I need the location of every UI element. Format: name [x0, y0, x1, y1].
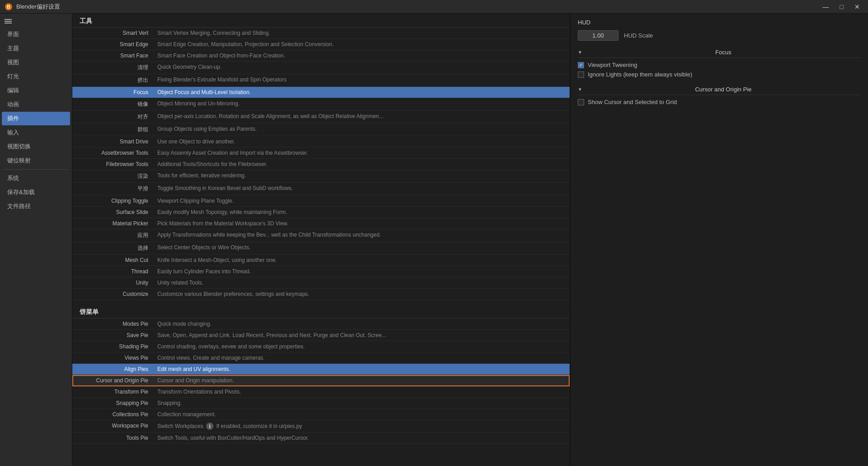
maximize-button[interactable]: □	[836, 2, 847, 11]
sidebar-item-interface[interactable]: 界面	[2, 28, 70, 41]
tool-desc: Toggle Smoothing in Korean Bevel and Sub…	[154, 183, 570, 195]
focus-collapse-arrow-icon: ▼	[578, 50, 582, 55]
tool-name: Smart Vert	[72, 28, 154, 38]
pie-desc: Snapping.	[154, 398, 570, 409]
pie-row[interactable]: Transform PieTransform Orientations and …	[72, 386, 570, 398]
tool-row[interactable]: Surface SlideEasily modify Mesh Topology…	[72, 207, 570, 218]
pie-row[interactable]: Collections PieCollection management.	[72, 409, 570, 420]
tool-row[interactable]: Filebrowser ToolsAdditional Tools/Shortc…	[72, 159, 570, 170]
tool-name: Customize	[72, 289, 154, 300]
tool-desc: Quick Geometry Clean-up.	[154, 62, 570, 74]
cursor-section-header[interactable]: ▼ Cursor and Origin Pie	[578, 84, 861, 95]
titlebar-title: Blender偏好设置	[16, 3, 60, 11]
focus-checkbox-row: ✓Viewport Tweening	[578, 62, 861, 68]
svg-text:B: B	[7, 4, 10, 10]
tool-row[interactable]: CustomizeCustomize various Blender prefe…	[72, 289, 570, 300]
tool-name: 选择	[72, 242, 154, 254]
sidebar-item-viewport[interactable]: 视图	[2, 56, 70, 69]
tool-name: 镜像	[72, 98, 154, 110]
checkbox[interactable]: ✓	[578, 62, 584, 68]
sidebar-item-addons[interactable]: 插件	[2, 112, 70, 125]
checkbox[interactable]	[578, 99, 584, 105]
pie-row[interactable]: Save PieSave, Open, Append and Link. Loa…	[72, 330, 570, 341]
checkbox-label: Viewport Tweening	[588, 62, 637, 68]
pies-section-header: 饼菜单	[72, 304, 570, 319]
tool-row[interactable]: Smart FaceSmart Face Creation and Object…	[72, 50, 570, 62]
pie-desc: Quick mode changing.	[154, 319, 570, 329]
pie-name: Save Pie	[72, 330, 154, 341]
tool-name: 清理	[72, 62, 154, 74]
tool-row[interactable]: 对齐Object per-axis Location, Rotation and…	[72, 111, 570, 124]
hud-scale-input[interactable]	[578, 30, 618, 41]
pie-row[interactable]: Workspace PieSwitch Workplaces.ℹIf enabl…	[72, 420, 570, 433]
sidebar-item-lights[interactable]: 灯光	[2, 70, 70, 83]
tool-name: Surface Slide	[72, 207, 154, 218]
cursor-collapse-arrow-icon: ▼	[578, 87, 582, 92]
sidebar-item-system[interactable]: 系统	[2, 171, 70, 185]
tool-name: 对齐	[72, 111, 154, 123]
tool-row[interactable]: Smart EdgeSmart Edge Creation, Manipulat…	[72, 39, 570, 50]
tool-desc: Easy Assemly Asset Creation and Import v…	[154, 147, 570, 158]
tool-row[interactable]: 选择Select Center Objects or Wire Objects.	[72, 242, 570, 255]
tool-row[interactable]: 应用Apply Transformations while keeping th…	[72, 229, 570, 242]
tool-desc: Tools for efficient, iterative rendering…	[154, 170, 570, 182]
sidebar-nav: 界面主题视图灯光编辑动画插件输入视图切换键位映射系统保存&加载文件路径	[0, 27, 72, 214]
pie-row[interactable]: Cursor and Origin PieCursor and Origin m…	[72, 375, 570, 386]
pie-row[interactable]: Tools PieSwitch Tools, useful with BoxCu…	[72, 433, 570, 444]
tool-row[interactable]: UnityUnity related Tools.	[72, 277, 570, 289]
tool-desc: Fixing Blender's Extrude Manifold and Sp…	[154, 74, 570, 86]
sidebar-item-keymap[interactable]: 键位映射	[2, 154, 70, 167]
check-mark-icon: ✓	[579, 62, 583, 67]
pie-name: Views Pie	[72, 352, 154, 363]
tool-desc: Easily modify Mesh Topology, while maint…	[154, 207, 570, 218]
tool-row[interactable]: Material PickerPick Materials from the M…	[72, 218, 570, 229]
pie-desc: Collection management.	[154, 409, 570, 420]
sidebar-item-editing[interactable]: 编辑	[2, 84, 70, 97]
sidebar-item-navigation[interactable]: 视图切换	[2, 140, 70, 153]
cursor-checkbox-row: Show Cursor and Selected to Grid	[578, 99, 861, 105]
pie-row[interactable]: Modes PieQuick mode changing.	[72, 319, 570, 330]
tool-row[interactable]: 平滑Toggle Smoothing in Korean Bevel and S…	[72, 183, 570, 195]
tool-row[interactable]: Smart DriveUse one Object to drive anoth…	[72, 136, 570, 147]
focus-section-header[interactable]: ▼ Focus	[578, 47, 861, 58]
tool-desc: Smart Edge Creation, Manipulation, Proje…	[154, 39, 570, 50]
sidebar-item-save[interactable]: 保存&加载	[2, 185, 70, 199]
sidebar-item-filepath[interactable]: 文件路径	[2, 200, 70, 213]
sidebar-item-themes[interactable]: 主题	[2, 42, 70, 55]
tool-desc: Select Center Objects or Wire Objects.	[154, 242, 570, 254]
sidebar-item-input[interactable]: 输入	[2, 126, 70, 139]
pie-desc: Save, Open, Append and Link. Load Recent…	[154, 330, 570, 341]
tool-row[interactable]: 镜像Object Mirroring and Un-Mirroring.	[72, 98, 570, 111]
pie-row[interactable]: Snapping PieSnapping.	[72, 398, 570, 409]
pie-row[interactable]: Views PieControl views. Create and manag…	[72, 352, 570, 364]
cursor-section: ▼ Cursor and Origin Pie Show Cursor and …	[578, 84, 861, 105]
tool-row[interactable]: 渲染Tools for efficient, iterative renderi…	[72, 170, 570, 183]
tool-row[interactable]: 群组Group Objects using Empties as Parents…	[72, 124, 570, 136]
tool-row[interactable]: Clipping ToggleViewport Clipping Plane T…	[72, 195, 570, 207]
tool-row[interactable]: 清理Quick Geometry Clean-up.	[72, 62, 570, 74]
pie-name: Modes Pie	[72, 319, 154, 329]
tool-desc: Unity related Tools.	[154, 277, 570, 288]
tool-row[interactable]: 挤出Fixing Blender's Extrude Manifold and …	[72, 74, 570, 87]
sidebar: 界面主题视图灯光编辑动画插件输入视图切换键位映射系统保存&加载文件路径	[0, 14, 72, 466]
pie-desc: Transform Orientations and Pivots.	[154, 386, 570, 397]
tool-desc: Object Mirroring and Un-Mirroring.	[154, 98, 570, 110]
titlebar-buttons: — □ ✕	[819, 2, 863, 11]
pie-name: Align Pies	[72, 364, 154, 375]
pie-row[interactable]: Shading PieControl shading, overlays, ee…	[72, 341, 570, 352]
tool-row[interactable]: FocusObject Focus and Multi-Level Isolat…	[72, 87, 570, 98]
tool-row[interactable]: Assetbrowser ToolsEasy Assemly Asset Cre…	[72, 147, 570, 159]
tool-row[interactable]: ThreadEasily turn Cylinder Faces into Th…	[72, 266, 570, 277]
sidebar-item-animation[interactable]: 动画	[2, 98, 70, 111]
close-button[interactable]: ✕	[851, 2, 863, 11]
tool-row[interactable]: Mesh CutKnife Intersect a Mesh-Object, u…	[72, 255, 570, 266]
tools-list: Smart VertSmart Vertex Merging, Connecti…	[72, 28, 570, 300]
tool-name: 群组	[72, 124, 154, 136]
pie-row[interactable]: Align PiesEdit mesh and UV alignments.	[72, 364, 570, 375]
tool-row[interactable]: Smart VertSmart Vertex Merging, Connecti…	[72, 28, 570, 39]
minimize-button[interactable]: —	[819, 2, 833, 11]
menu-icon[interactable]	[0, 15, 72, 27]
checkbox[interactable]	[578, 71, 584, 78]
tool-name: Assetbrowser Tools	[72, 147, 154, 158]
tool-name: 应用	[72, 229, 154, 242]
